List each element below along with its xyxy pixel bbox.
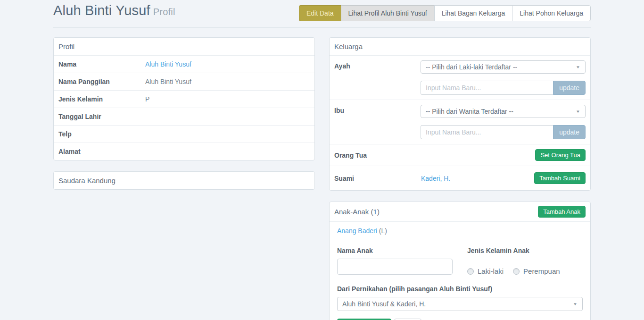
ayah-select-value: -- Pilih dari Laki-laki Terdaftar -- [426,63,517,71]
ibu-update-button[interactable]: update [553,125,586,139]
saudara-kandung-card: Saudara Kandung [53,171,315,190]
anak-anak-card-header: Anak-Anak (1) Tambah Anak [330,202,590,221]
saudara-kandung-header: Saudara Kandung [54,172,314,189]
lihat-bagan-button[interactable]: Lihat Bagan Keluarga [434,5,513,21]
table-row: Tanggal Lahir [54,108,314,125]
tambah-suami-button[interactable]: Tambah Suami [534,172,586,184]
row-label: Nama [58,60,145,68]
nama-link[interactable]: Aluh Binti Yusuf [145,60,191,68]
orang-tua-row: Orang Tua Set Orang Tua [330,144,590,166]
radio-laki-laki[interactable]: Laki-laki [467,267,504,275]
add-child-form: Nama Anak Jenis Kelamin Anak Laki-laki [330,240,590,320]
lihat-profil-button[interactable]: Lihat Profil Aluh Binti Yusuf [341,5,435,21]
anak-anak-title: Anak-Anak (1) [334,208,380,216]
ibu-select[interactable]: -- Pilih dari Wanita Terdaftar -- ▼ [421,105,586,118]
row-label: Nama Panggilan [58,78,145,85]
suami-row: Suami Kaderi, H. Tambah Suami [330,166,590,190]
tambah-anak-header-button[interactable]: Tambah Anak [538,206,586,218]
lihat-pohon-button[interactable]: Lihat Pohon Keluarga [512,5,591,21]
edit-data-button[interactable]: Edit Data [299,5,341,21]
left-column: Profil Nama Aluh Binti Yusuf Nama Panggi… [53,37,315,320]
radio-icon[interactable] [467,268,474,275]
row-label: Alamat [58,148,145,155]
table-row: Jenis Kelamin P [54,90,314,108]
ayah-row: Ayah -- Pilih dari Laki-laki Terdaftar -… [330,55,590,100]
profil-card-header: Profil [54,38,314,55]
pernikahan-select-value: Aluh Binti Yusuf & Kaderi, H. [342,300,426,308]
chevron-down-icon: ▼ [573,302,578,306]
ibu-row: Ibu -- Pilih dari Wanita Terdaftar -- ▼ … [330,100,590,144]
right-column: Keluarga Ayah -- Pilih dari Laki-laki Te… [329,37,591,320]
header-divider [53,27,591,28]
keluarga-card: Keluarga Ayah -- Pilih dari Laki-laki Te… [329,37,591,191]
page-title: Aluh Binti YusufProfil [53,3,175,18]
row-value: Aluh Binti Yusuf [145,78,191,85]
page-header: Aluh Binti YusufProfil Edit Data Lihat P… [53,3,591,21]
table-row: Nama Aluh Binti Yusuf [54,55,314,73]
radio-laki-laki-label: Laki-laki [478,267,504,275]
set-orang-tua-button[interactable]: Set Orang Tua [535,149,586,161]
radio-icon[interactable] [513,268,520,275]
table-row: Alamat [54,143,314,160]
chevron-down-icon: ▼ [576,109,580,114]
row-label: Telp [58,130,145,138]
list-item: Anang Baderi (L) [330,221,590,240]
orang-tua-label: Orang Tua [334,152,421,159]
dari-pernikahan-label: Dari Pernikahan (pilih pasangan Aluh Bin… [337,285,583,293]
jenis-kelamin-anak-label: Jenis Kelamin Anak [467,247,583,254]
row-value: P [145,95,149,103]
table-row: Nama Panggilan Aluh Binti Yusuf [54,73,314,90]
radio-perempuan[interactable]: Perempuan [513,267,560,275]
keluarga-card-header: Keluarga [330,38,590,55]
ibu-label: Ibu [334,105,421,114]
ayah-update-button[interactable]: update [553,81,586,95]
anak-anak-card: Anak-Anak (1) Tambah Anak Anang Baderi (… [329,202,591,320]
person-name: Aluh Binti Yusuf [53,3,150,18]
suami-label: Suami [334,175,421,182]
child-gender-suffix: (L) [379,227,387,235]
page-subtitle: Profil [153,7,175,17]
radio-perempuan-label: Perempuan [523,267,560,275]
ayah-select[interactable]: -- Pilih dari Laki-laki Terdaftar -- ▼ [421,60,586,74]
child-link[interactable]: Anang Baderi [337,227,377,235]
ayah-new-name-input[interactable] [421,81,553,95]
suami-link[interactable]: Kaderi, H. [421,175,450,182]
nama-anak-input[interactable] [337,259,453,275]
row-label: Tanggal Lahir [58,113,145,120]
view-switcher: Edit Data Lihat Profil Aluh Binti Yusuf … [299,5,591,21]
page: Aluh Binti YusufProfil Edit Data Lihat P… [53,0,591,320]
row-label: Jenis Kelamin [58,95,145,103]
ayah-label: Ayah [334,60,421,70]
pernikahan-select[interactable]: Aluh Binti Yusuf & Kaderi, H. ▼ [337,297,583,311]
table-row: Telp [54,125,314,143]
nama-anak-label: Nama Anak [337,247,453,254]
profil-card: Profil Nama Aluh Binti Yusuf Nama Panggi… [53,37,315,160]
ibu-new-name-input[interactable] [421,125,553,139]
chevron-down-icon: ▼ [576,65,580,69]
ibu-select-value: -- Pilih dari Wanita Terdaftar -- [426,108,513,115]
